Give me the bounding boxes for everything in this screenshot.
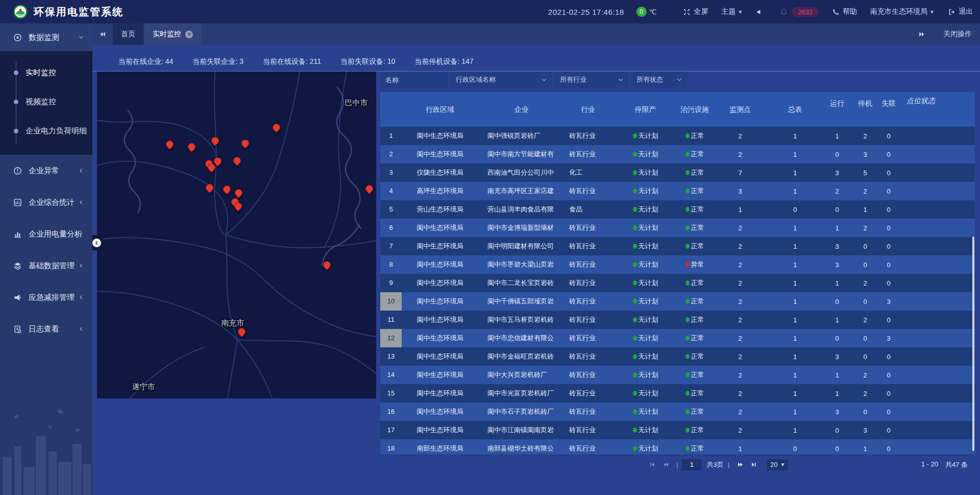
cell-total-meters: 1 xyxy=(771,298,819,305)
table-row[interactable]: 2阆中生态环境局阆中市南方节能建材有砖瓦行业无计划正常21030 xyxy=(380,145,975,163)
page-size-select[interactable]: 20▼ xyxy=(767,459,788,470)
page-title: 环保用电监管系统 xyxy=(34,5,124,19)
cityscape-decoration xyxy=(0,400,92,495)
cell-monitor-points: 2 xyxy=(709,371,771,379)
sidebar-item[interactable]: 应急减排管理 xyxy=(0,281,92,313)
name-filter-input[interactable] xyxy=(380,72,448,88)
cell-region: 营山生态环境局 xyxy=(402,205,478,214)
table-row[interactable]: 4高坪生态环境局南充市高坪区王家店建砖瓦行业无计划正常31220 xyxy=(380,182,975,200)
close-operations-button[interactable]: 关闭操作 xyxy=(943,30,972,39)
tabs-scroll-left-button[interactable] xyxy=(92,23,113,45)
status-dot-icon xyxy=(633,409,637,414)
phone-icon xyxy=(832,8,840,16)
status-dot-icon xyxy=(633,391,637,396)
status-dot-icon xyxy=(685,170,690,175)
table-row[interactable]: 5营山生态环境局营山县润丰肉食品有限食品无计划正常10010 xyxy=(380,200,975,219)
notifications-button[interactable]: 2632 xyxy=(780,7,819,17)
cell-row-number: 5 xyxy=(380,200,402,219)
status-dot-icon xyxy=(633,336,637,341)
status-filter-select[interactable]: 所有状态 xyxy=(631,72,688,88)
cell-industry: 砖瓦行业 xyxy=(565,242,611,251)
megaphone-icon xyxy=(13,293,22,302)
cell-region: 阆中生态环境局 xyxy=(402,426,478,435)
table-row[interactable]: 17阆中生态环境局阆中市江南镇阆南页岩砖瓦行业无计划正常21030 xyxy=(380,421,975,439)
range-label: 1 - 20 xyxy=(921,460,938,469)
tab-bar: 首页实时监控✕ 关闭操作 xyxy=(92,23,980,45)
cell-monitor-points: 2 xyxy=(709,243,771,250)
cell-production-limit: 无计划 xyxy=(611,444,680,453)
cell-monitor-points: 2 xyxy=(709,261,771,269)
cell-production-limit: 无计划 xyxy=(611,370,680,380)
table-row[interactable]: 14阆中生态环境局阆中大兴页岩机砖厂砖瓦行业无计划正常21120 xyxy=(380,366,975,384)
last-page-button[interactable] xyxy=(747,460,760,470)
tab-首页[interactable]: 首页 xyxy=(113,23,143,45)
first-page-button[interactable] xyxy=(646,460,659,470)
region-filter-select[interactable]: 行政区域名称 xyxy=(451,72,552,88)
fullscreen-button[interactable]: 全屏 xyxy=(683,7,708,16)
sidebar-item[interactable]: 企业异常 xyxy=(0,155,92,186)
table-row[interactable]: 15阆中生态环境局阆中市光富页岩机砖厂砖瓦行业无计划正常21120 xyxy=(380,384,975,403)
table-row[interactable]: 10阆中生态环境局阆中千佛镇五郎垭页岩砖瓦行业无计划正常21003 xyxy=(380,292,975,311)
sidebar-item-label: 企业用电量分析 xyxy=(29,229,82,239)
table-row[interactable]: 16阆中生态环境局阆中市石子页岩机砖厂砖瓦行业无计划正常21300 xyxy=(380,403,975,421)
sidebar-subitem[interactable]: 视频监控 xyxy=(0,87,92,116)
cell-monitor-points: 2 xyxy=(709,335,771,342)
table-row[interactable]: 12阆中生态环境局阆中市忠信建材有限公砖瓦行业无计划正常21003 xyxy=(380,329,975,347)
sidebar-item[interactable]: 企业综合统计 xyxy=(0,186,92,218)
cell-production-limit: 无计划 xyxy=(611,260,680,269)
cell-running: 0 xyxy=(819,335,855,342)
mute-button[interactable] xyxy=(756,8,767,16)
cell-monitor-points: 2 xyxy=(709,390,771,397)
sidebar-item[interactable]: 企业用电量分析 xyxy=(0,218,92,250)
cell-company: 西南油气田分公司川中 xyxy=(478,168,565,177)
cell-industry: 砖瓦行业 xyxy=(565,352,611,361)
cell-running: 3 xyxy=(819,408,855,416)
table-scrollbar[interactable] xyxy=(972,237,974,451)
page-number-input[interactable]: 1 xyxy=(682,459,701,470)
cell-offline: 3 xyxy=(875,335,902,342)
status-dot-icon xyxy=(685,299,690,304)
tabs-scroll-right-button[interactable] xyxy=(912,31,932,38)
tab-实时监控[interactable]: 实时监控✕ xyxy=(144,23,201,45)
table-row[interactable]: 3仪陇生态环境局西南油气田分公司川中化工无计划正常71350 xyxy=(380,163,975,182)
sidebar-item-label: 应急减排管理 xyxy=(29,293,75,302)
cell-company: 阆中市金博瑞新型墙材 xyxy=(478,223,565,232)
sidebar-item[interactable]: 日志查看 xyxy=(0,313,92,345)
cell-total-meters: 1 xyxy=(771,261,819,269)
cell-stopped: 2 xyxy=(855,224,875,232)
table-header: 行政区域企业行业停限产治污设施监测点总表运行停机失联点位状态 xyxy=(380,92,975,127)
org-dropdown[interactable]: 南充市生态环境局▼ xyxy=(870,7,935,16)
next-page-button[interactable] xyxy=(733,460,747,470)
table-row[interactable]: 9阆中生态环境局阆中市二龙长宝页岩砖砖瓦行业无计划正常21120 xyxy=(380,274,975,292)
help-button[interactable]: 帮助 xyxy=(832,7,857,16)
cell-offline: 0 xyxy=(875,206,902,214)
cell-pollution-facility: 正常 xyxy=(680,186,709,196)
sidebar-item[interactable]: 基础数据管理 xyxy=(0,250,92,281)
table-row[interactable]: 7阆中生态环境局阆中明阳建材有限公司砖瓦行业无计划正常21300 xyxy=(380,237,975,255)
cell-production-limit: 无计划 xyxy=(611,389,680,398)
tab-list: 首页实时监控✕ xyxy=(113,23,202,45)
cell-company: 阆中市五马桥页岩机砖 xyxy=(478,315,565,324)
sidebar-subitem[interactable]: 实时监控 xyxy=(0,58,92,87)
logout-button[interactable]: 退出 xyxy=(948,7,973,16)
tab-close-icon[interactable]: ✕ xyxy=(185,31,193,38)
status-dot-icon xyxy=(685,133,690,138)
cell-row-number: 17 xyxy=(380,421,402,439)
cell-company: 阆中明阳建材有限公司 xyxy=(478,242,565,251)
table-row[interactable]: 13阆中生态环境局阆中市金福旺页岩机砖砖瓦行业无计划正常21300 xyxy=(380,347,975,366)
sidebar-subitem[interactable]: 企业电力负荷明细 xyxy=(0,116,92,146)
table-row[interactable]: 1阆中生态环境局阆中强锐页岩砖厂砖瓦行业无计划正常21120 xyxy=(380,127,975,145)
sidebar-item[interactable]: 数据监测 xyxy=(0,23,92,51)
map-canvas[interactable]: 巴中市南充市遂宁市 xyxy=(97,72,376,398)
cell-industry: 砖瓦行业 xyxy=(565,334,611,343)
table-row[interactable]: 6阆中生态环境局阆中市金博瑞新型墙材砖瓦行业无计划正常21120 xyxy=(380,219,975,237)
prev-page-button[interactable] xyxy=(659,460,672,470)
status-dot-icon xyxy=(633,446,637,451)
table-row[interactable]: 8阆中生态环境局阆中市枣碧大梁山页岩砖瓦行业无计划异常21300 xyxy=(380,255,975,274)
industry-filter-select[interactable]: 所有行业 xyxy=(555,72,629,88)
table-row[interactable]: 18南部生态环境局南部县砌华土砖有限公砖瓦行业无计划正常10010 xyxy=(380,439,975,455)
table-row[interactable]: 11阆中生态环境局阆中市五马桥页岩机砖砖瓦行业无计划正常21120 xyxy=(380,311,975,329)
cell-company: 阆中强锐页岩砖厂 xyxy=(478,131,565,140)
theme-dropdown[interactable]: 主题▼ xyxy=(721,7,743,16)
status-dot-icon xyxy=(685,262,690,267)
